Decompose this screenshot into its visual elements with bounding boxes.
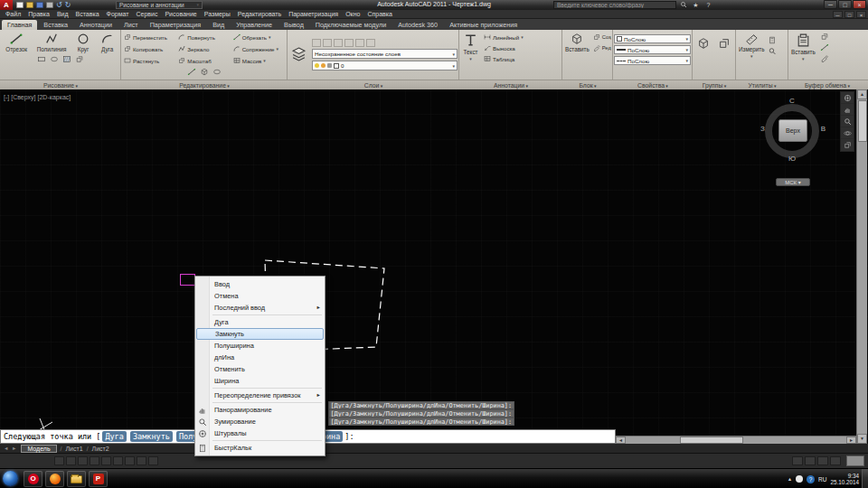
taskbar-pdf-icon[interactable]: P bbox=[89, 471, 108, 487]
edit-block-button[interactable]: Редактировать bbox=[593, 42, 611, 53]
workspace-switcher[interactable]: Рисование и аннотации ▾ bbox=[116, 1, 203, 9]
open-file-icon[interactable] bbox=[26, 2, 33, 8]
layer-tool-icon[interactable] bbox=[323, 39, 332, 47]
compass-south[interactable]: Ю bbox=[788, 155, 796, 163]
layer-dropdown[interactable]: 0 ▾ bbox=[312, 61, 458, 70]
menu-item-width[interactable]: Ширина bbox=[195, 375, 325, 387]
tab-layout[interactable]: Лист bbox=[118, 20, 144, 30]
scroll-down-arrow[interactable]: ▼ bbox=[857, 434, 867, 444]
full-navigation-wheel-icon[interactable] bbox=[841, 92, 854, 104]
tab-featured-apps[interactable]: Активные приложения bbox=[444, 20, 523, 30]
lineweight-dropdown[interactable]: ПоСлою▾ bbox=[614, 45, 691, 54]
annotation-scale-button[interactable] bbox=[805, 456, 816, 465]
dyn-ucs-toggle[interactable] bbox=[125, 456, 135, 465]
tab-home[interactable]: Главная bbox=[2, 20, 37, 30]
ellipse-icon[interactable] bbox=[50, 55, 59, 63]
menu-item-snap-overrides[interactable]: Переопределение привязок► bbox=[195, 389, 325, 401]
quickcalc-icon[interactable] bbox=[768, 36, 777, 44]
ungroup-icon[interactable] bbox=[717, 37, 731, 50]
menu-item-steeringwheels[interactable]: Штурвалы bbox=[195, 427, 325, 439]
trim-button[interactable]: Обрезать▾ bbox=[231, 32, 286, 42]
linear-dimension-button[interactable]: Линейный▾ bbox=[484, 32, 561, 42]
line-button[interactable]: Отрезок bbox=[4, 32, 29, 53]
tab-parametric[interactable]: Параметризация bbox=[145, 20, 206, 30]
tab-plugins[interactable]: Подключаемые модули bbox=[310, 20, 392, 30]
close-button[interactable]: × bbox=[853, 0, 866, 9]
redo-icon[interactable]: ↻ bbox=[65, 1, 71, 9]
copy-clip-icon[interactable] bbox=[820, 33, 829, 41]
minimize-button[interactable]: ─ bbox=[824, 0, 837, 9]
menu-item-quickcalc[interactable]: БыстрКальк bbox=[195, 442, 325, 454]
leader-button[interactable]: Выноска bbox=[484, 42, 561, 53]
array-button[interactable]: Массив▾ bbox=[231, 55, 286, 66]
language-indicator[interactable]: RU bbox=[818, 476, 826, 483]
cleanscreen-button[interactable] bbox=[846, 455, 864, 466]
quick-select-icon[interactable] bbox=[768, 47, 777, 55]
offset-icon[interactable] bbox=[212, 68, 222, 76]
keyword-arc[interactable]: Дуга bbox=[102, 431, 126, 442]
menu-insert[interactable]: Вставка bbox=[76, 11, 99, 17]
doc-close-button[interactable]: × bbox=[856, 11, 866, 18]
stretch-button[interactable]: Растянуть bbox=[122, 55, 176, 66]
snap-toggle[interactable] bbox=[54, 456, 64, 465]
boundary-icon[interactable] bbox=[75, 55, 84, 63]
menu-item-arc[interactable]: Дуга bbox=[195, 316, 325, 328]
scroll-left-arrow[interactable]: ◄ bbox=[616, 436, 626, 444]
menu-modify[interactable]: Редактировать bbox=[238, 11, 281, 17]
tab-autodesk360[interactable]: Autodesk 360 bbox=[392, 20, 443, 30]
tab-model[interactable]: Модель bbox=[21, 445, 56, 453]
favorites-star-icon[interactable]: ★ bbox=[691, 1, 701, 9]
create-block-button[interactable]: Создать bbox=[593, 32, 611, 42]
workspace-status-button[interactable] bbox=[817, 456, 828, 465]
viewcube[interactable]: С З В Ю Верх МСК ▾ bbox=[760, 99, 826, 189]
ortho-toggle[interactable] bbox=[78, 456, 88, 465]
menu-item-pan[interactable]: Панорамирование bbox=[195, 404, 325, 416]
menu-window[interactable]: Окно bbox=[345, 11, 360, 17]
keyword-close[interactable]: Замкнуть bbox=[130, 431, 173, 442]
lineweight-toggle[interactable] bbox=[148, 456, 158, 465]
rectangle-icon[interactable] bbox=[37, 55, 46, 63]
circle-button[interactable]: Круг bbox=[74, 32, 92, 53]
taskbar-explorer-icon[interactable] bbox=[67, 471, 86, 487]
lock-ui-button[interactable] bbox=[830, 456, 841, 465]
search-icon[interactable] bbox=[678, 1, 688, 9]
plot-icon[interactable] bbox=[46, 2, 53, 8]
polyline-button[interactable]: Полилиния bbox=[35, 32, 69, 53]
tab-annotate[interactable]: Аннотации bbox=[74, 20, 118, 30]
scroll-up-arrow[interactable]: ▲ bbox=[857, 89, 867, 99]
menu-view[interactable]: Вид bbox=[57, 11, 69, 17]
menu-item-undo[interactable]: Отменить bbox=[195, 363, 325, 375]
table-button[interactable]: Таблица bbox=[484, 53, 561, 64]
arc-button[interactable]: Дуга bbox=[99, 32, 117, 53]
new-file-icon[interactable] bbox=[16, 2, 24, 8]
menu-item-length[interactable]: длИна bbox=[195, 352, 325, 363]
menu-item-halfwidth[interactable]: Полуширина bbox=[195, 340, 325, 352]
linetype-dropdown[interactable]: ПоСлою▾ bbox=[614, 56, 691, 65]
measure-button[interactable]: Измерить ▾ bbox=[737, 32, 766, 60]
horizontal-scroll-thumb[interactable] bbox=[680, 436, 743, 444]
layer-tool-icon[interactable] bbox=[344, 39, 354, 47]
layer-tool-icon[interactable] bbox=[312, 39, 321, 47]
layer-tool-icon[interactable] bbox=[366, 39, 375, 47]
menu-item-recent-input[interactable]: Последний ввод► bbox=[195, 302, 325, 314]
menu-tools[interactable]: Сервис bbox=[136, 11, 157, 17]
otrack-toggle[interactable] bbox=[113, 456, 123, 465]
pan-icon[interactable] bbox=[841, 104, 854, 116]
model-space-button[interactable] bbox=[792, 456, 803, 465]
horizontal-scrollbar[interactable]: ◄ ► bbox=[616, 436, 856, 444]
layout-nav-icons[interactable]: ◄ ► bbox=[4, 446, 17, 451]
orbit-icon[interactable] bbox=[841, 127, 854, 139]
menu-dimension[interactable]: Размеры bbox=[204, 11, 231, 17]
menu-item-close[interactable]: Замкнуть bbox=[196, 328, 324, 340]
match-properties-icon[interactable] bbox=[820, 54, 829, 62]
doc-restore-button[interactable]: □ bbox=[844, 11, 854, 18]
group-icon[interactable] bbox=[696, 37, 711, 50]
start-button[interactable] bbox=[3, 471, 18, 486]
vertical-scrollbar[interactable]: ▲ ▼ bbox=[856, 89, 867, 444]
app-menu-button[interactable]: A bbox=[0, 0, 13, 10]
scale-button[interactable]: Масштаб bbox=[176, 55, 231, 66]
zoom-icon[interactable] bbox=[841, 116, 854, 127]
dyn-input-toggle[interactable] bbox=[137, 456, 146, 465]
move-button[interactable]: Переместить bbox=[122, 32, 176, 42]
menu-item-zoom[interactable]: Зумирование bbox=[195, 416, 325, 427]
